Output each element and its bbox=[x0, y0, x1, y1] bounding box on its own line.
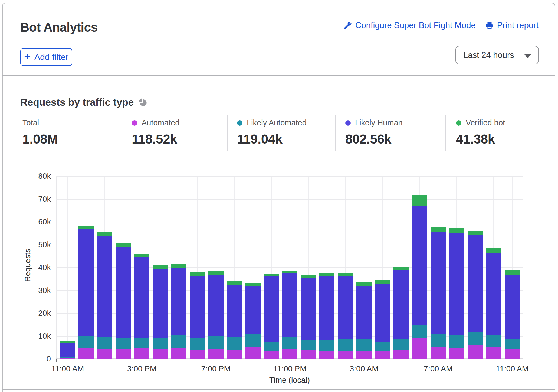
add-filter-button[interactable]: + Add filter bbox=[20, 48, 72, 66]
segment-automated bbox=[171, 348, 186, 359]
segment-likely-automated bbox=[245, 334, 261, 347]
segment-automated bbox=[60, 358, 75, 359]
section-title: Requests by traffic type bbox=[20, 97, 134, 108]
segment-automated bbox=[134, 348, 149, 359]
horizontal-gridline bbox=[56, 199, 523, 200]
segment-verified-bot bbox=[375, 280, 390, 284]
segment-automated bbox=[153, 349, 168, 359]
y-tick-label: 80k bbox=[16, 172, 51, 181]
stat-label: Verified bot bbox=[466, 118, 505, 127]
segment-likely-automated bbox=[190, 338, 205, 350]
stat-automated: Automated118.52k bbox=[132, 118, 179, 147]
segment-likely-automated bbox=[264, 342, 279, 351]
segment-likely-automated bbox=[78, 336, 94, 347]
x-tick-label: 7:00 AM bbox=[403, 364, 473, 373]
page-title: Bot Analytics bbox=[20, 20, 98, 35]
y-tick-label: 10k bbox=[16, 332, 51, 341]
segment-automated bbox=[486, 347, 501, 359]
time-range-select[interactable]: Last 24 hours bbox=[455, 46, 539, 64]
y-tick-label: 50k bbox=[16, 240, 51, 249]
segment-automated bbox=[282, 349, 297, 359]
segment-likely-human bbox=[153, 269, 168, 338]
x-tick-label: 3:00 PM bbox=[107, 364, 177, 373]
segment-verified-bot bbox=[116, 243, 131, 247]
segment-likely-human bbox=[78, 229, 94, 336]
segment-automated bbox=[356, 351, 372, 359]
stat-value: 118.52k bbox=[132, 132, 179, 147]
segment-likely-human bbox=[60, 343, 75, 357]
segment-likely-automated bbox=[486, 335, 501, 347]
segment-automated bbox=[78, 348, 94, 359]
x-axis-title: Time (local) bbox=[254, 376, 325, 385]
segment-verified-bot bbox=[227, 281, 242, 285]
segment-verified-bot bbox=[301, 275, 316, 278]
segment-likely-automated bbox=[468, 332, 483, 346]
segment-likely-automated bbox=[301, 340, 316, 349]
segment-likely-human bbox=[486, 253, 501, 335]
print-report-link[interactable]: Print report bbox=[485, 21, 539, 30]
segment-likely-human bbox=[227, 285, 242, 337]
segment-likely-automated bbox=[431, 334, 446, 347]
segment-likely-human bbox=[412, 206, 427, 325]
segment-likely-human bbox=[282, 273, 297, 337]
segment-likely-automated bbox=[412, 325, 427, 338]
segment-automated bbox=[319, 351, 334, 359]
segment-automated bbox=[393, 350, 409, 359]
x-tick-label: 7:00 PM bbox=[181, 364, 251, 373]
segment-automated bbox=[431, 347, 446, 359]
segment-verified-bot bbox=[356, 282, 372, 286]
segment-automated bbox=[338, 351, 353, 359]
segment-verified-bot bbox=[134, 254, 149, 257]
segment-likely-human bbox=[319, 276, 334, 340]
segment-automated bbox=[468, 345, 483, 359]
chevron-down-icon bbox=[524, 54, 531, 58]
y-tick-label: 70k bbox=[16, 195, 51, 204]
segment-verified-bot bbox=[78, 226, 94, 229]
segment-likely-automated bbox=[171, 335, 186, 348]
stat-value: 119.04k bbox=[237, 132, 307, 147]
x-tick-label: 3:00 AM bbox=[329, 364, 399, 373]
y-axis-title: Requests bbox=[23, 249, 32, 282]
segment-automated bbox=[116, 349, 131, 359]
segment-likely-automated bbox=[375, 342, 390, 351]
segment-likely-human bbox=[245, 286, 261, 334]
segment-verified-bot bbox=[190, 272, 205, 276]
plus-icon: + bbox=[24, 50, 31, 63]
segment-verified-bot bbox=[153, 265, 168, 269]
segment-automated bbox=[301, 350, 316, 359]
segment-likely-automated bbox=[449, 335, 464, 348]
stat-label: Total bbox=[22, 118, 39, 127]
legend-dot bbox=[456, 120, 461, 126]
segment-likely-automated bbox=[356, 339, 372, 351]
configure-super-bot-fight-mode-link[interactable]: Configure Super Bot Fight Mode bbox=[344, 21, 476, 30]
segment-automated bbox=[375, 351, 390, 359]
segment-likely-human bbox=[393, 270, 409, 339]
segment-likely-human bbox=[190, 276, 205, 338]
segment-likely-automated bbox=[134, 338, 149, 348]
horizontal-gridline bbox=[56, 222, 523, 222]
segment-verified-bot bbox=[208, 271, 224, 275]
segment-verified-bot bbox=[264, 274, 279, 276]
legend-dot bbox=[345, 120, 351, 126]
segment-automated bbox=[245, 347, 261, 359]
stat-label: Automated bbox=[142, 118, 179, 127]
segment-likely-human bbox=[301, 278, 316, 340]
printer-icon bbox=[485, 21, 494, 29]
segment-automated bbox=[208, 349, 224, 359]
segment-verified-bot bbox=[97, 232, 112, 236]
segment-likely-human bbox=[97, 236, 112, 337]
segment-verified-bot bbox=[282, 271, 297, 273]
segment-automated bbox=[449, 348, 464, 359]
segment-likely-automated bbox=[227, 337, 242, 350]
segment-verified-bot bbox=[171, 264, 186, 268]
segment-verified-bot bbox=[245, 283, 261, 285]
segment-verified-bot bbox=[338, 273, 353, 276]
stat-divider bbox=[335, 115, 336, 151]
stat-divider bbox=[120, 115, 120, 151]
segment-likely-human bbox=[116, 247, 131, 338]
wrench-icon bbox=[344, 21, 352, 29]
bottom-divider bbox=[2, 389, 555, 390]
segment-verified-bot bbox=[412, 195, 427, 206]
stat-value: 41.38k bbox=[456, 132, 505, 147]
stat-total: Total1.08M bbox=[22, 118, 58, 147]
